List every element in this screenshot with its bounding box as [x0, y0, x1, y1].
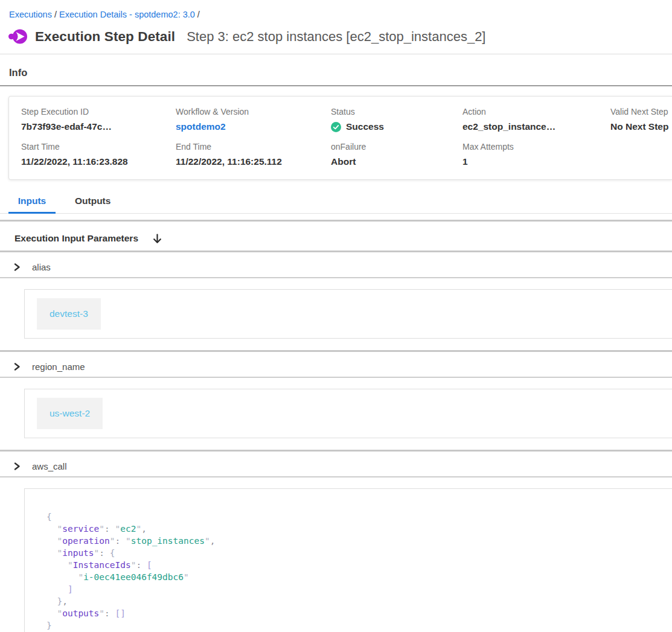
- section-divider: [0, 377, 672, 378]
- field-label: Step Execution ID: [21, 107, 176, 117]
- section-name: region_name: [32, 362, 85, 372]
- code-line: "inputs": {: [46, 547, 672, 559]
- info-heading: Info: [9, 67, 672, 78]
- status-text: Success: [346, 121, 384, 132]
- field-empty: [610, 142, 672, 167]
- code-line: "InstanceIds": [: [46, 559, 672, 571]
- code-line: ]: [46, 583, 672, 595]
- field-label: Workflow & Version: [176, 107, 331, 117]
- tab-bar: Inputs Outputs: [0, 193, 672, 214]
- workflow-step-icon: [8, 27, 27, 46]
- code-line: "i-0ec41ee046f49dbc6": [46, 571, 672, 583]
- field-value: 1: [462, 156, 610, 167]
- params-title: Execution Input Parameters: [14, 233, 138, 244]
- section-divider: [0, 277, 672, 278]
- aws-call-code-panel: { "service": "ec2", "operation": "stop_i…: [24, 488, 672, 632]
- code-line: "operation": "stop_instances",: [46, 535, 672, 547]
- field-label: Start Time: [21, 142, 176, 152]
- code-line: "service": "ec2",: [46, 523, 672, 535]
- execution-step-detail-page: Executions/Execution Details - spotdemo2…: [0, 0, 672, 632]
- field-step-execution-id: Step Execution ID 7b73f93e-edaf-47c…: [21, 107, 176, 132]
- field-end-time: End Time 11/22/2022, 11:16:25.112: [176, 142, 331, 167]
- section-row-aws-call[interactable]: aws_call: [0, 452, 672, 476]
- code-line: },: [46, 595, 672, 607]
- info-card: Step Execution ID 7b73f93e-edaf-47c… Wor…: [8, 96, 672, 180]
- breadcrumb-separator: /: [52, 10, 59, 19]
- field-action: Action ec2_stop_instance…: [462, 107, 610, 132]
- breadcrumb-link-execution-details[interactable]: Execution Details - spotdemo2: 3.0: [59, 10, 195, 19]
- breadcrumb-trailing-separator: /: [195, 10, 202, 19]
- section-divider: [0, 476, 672, 477]
- code-line: }: [46, 619, 672, 631]
- tab-outputs[interactable]: Outputs: [66, 193, 119, 214]
- field-label: Valid Next Step: [610, 107, 672, 117]
- breadcrumb-link-executions[interactable]: Executions: [9, 10, 52, 19]
- section-row-alias[interactable]: alias: [0, 252, 672, 277]
- chevron-right-icon: [13, 263, 21, 272]
- tab-inputs[interactable]: Inputs: [8, 193, 56, 214]
- page-header: Execution Step Detail Step 3: ec2 stop i…: [8, 27, 672, 46]
- field-label: onFailure: [331, 142, 462, 152]
- section-row-region-name[interactable]: region_name: [0, 352, 672, 377]
- info-divider: [0, 85, 672, 86]
- code-line: "outputs": []: [46, 607, 672, 619]
- code-line: {: [46, 511, 672, 523]
- field-value: 7b73f93e-edaf-47c…: [21, 121, 176, 132]
- success-check-icon: [331, 122, 341, 132]
- status-badge: Success: [331, 121, 462, 132]
- field-label: End Time: [176, 142, 331, 152]
- field-workflow-version: Workflow & Version spotdemo2: [176, 107, 331, 132]
- page-title: Execution Step Detail: [35, 29, 175, 45]
- field-value: Abort: [331, 156, 462, 167]
- chevron-right-icon: [13, 462, 21, 471]
- alias-value-panel: devtest-3: [24, 289, 672, 339]
- field-label: Status: [331, 107, 462, 117]
- alias-value-chip: devtest-3: [37, 298, 101, 330]
- json-code: { "service": "ec2", "operation": "stop_i…: [46, 511, 672, 631]
- params-header: Execution Input Parameters: [0, 222, 672, 251]
- field-max-attempts: Max Attempts 1: [462, 142, 610, 167]
- field-label: Max Attempts: [462, 142, 610, 152]
- field-status: Status Success: [331, 107, 462, 132]
- region-value-panel: us-west-2: [24, 389, 672, 438]
- breadcrumb: Executions/Execution Details - spotdemo2…: [0, 0, 672, 19]
- field-label: Action: [462, 107, 610, 117]
- title-divider: [0, 54, 672, 54]
- field-value: 11/22/2022, 11:16:25.112: [176, 156, 331, 167]
- field-value: No Next Step: [610, 121, 672, 132]
- workflow-link[interactable]: spotdemo2: [176, 121, 331, 132]
- field-value: 11/22/2022, 11:16:23.828: [21, 156, 176, 167]
- field-start-time: Start Time 11/22/2022, 11:16:23.828: [21, 142, 176, 167]
- region-value-chip: us-west-2: [37, 398, 103, 429]
- chevron-right-icon: [13, 362, 21, 371]
- sort-down-arrow-icon[interactable]: [153, 234, 162, 244]
- field-onfailure: onFailure Abort: [331, 142, 462, 167]
- section-name: alias: [32, 262, 51, 272]
- section-name: aws_call: [32, 461, 67, 471]
- field-valid-next-step: Valid Next Step No Next Step: [610, 107, 672, 132]
- page-subtitle: Step 3: ec2 stop instances [ec2_stop_ins…: [187, 29, 485, 45]
- field-value: ec2_stop_instance…: [462, 121, 610, 132]
